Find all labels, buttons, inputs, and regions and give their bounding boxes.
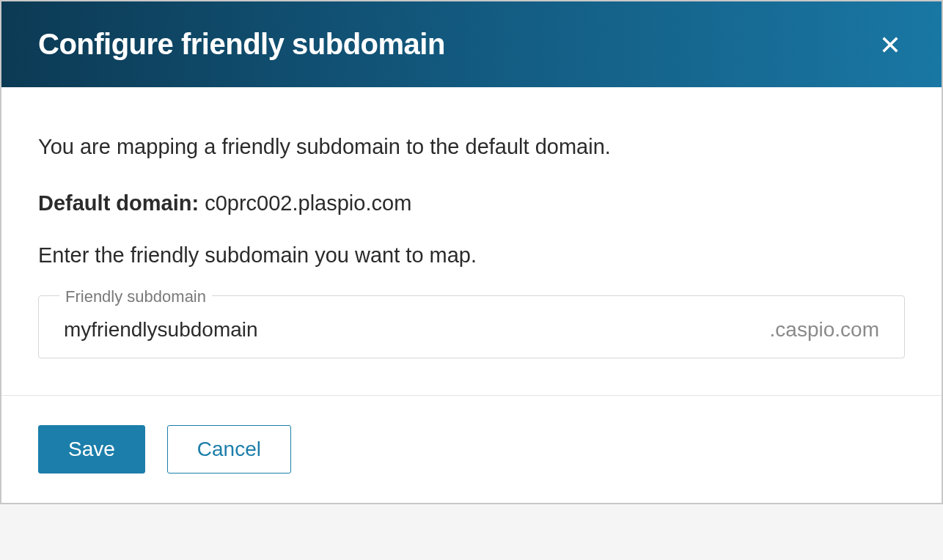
domain-suffix: .caspio.com	[758, 318, 879, 342]
default-domain-row: Default domain: c0prc002.plaspio.com	[38, 191, 905, 215]
default-domain-value: c0prc002.plaspio.com	[205, 191, 411, 215]
field-label: Friendly subdomain	[59, 287, 212, 306]
friendly-subdomain-field: Friendly subdomain .caspio.com	[38, 295, 905, 358]
close-button[interactable]	[876, 30, 905, 59]
cancel-button[interactable]: Cancel	[167, 425, 291, 474]
enter-prompt: Enter the friendly subdomain you want to…	[38, 243, 905, 268]
default-domain-label: Default domain:	[38, 191, 199, 215]
intro-text: You are mapping a friendly subdomain to …	[38, 131, 905, 163]
dialog-footer: Save Cancel	[1, 395, 942, 503]
dialog-header: Configure friendly subdomain	[1, 1, 942, 87]
save-button[interactable]: Save	[38, 425, 145, 474]
close-icon	[880, 34, 900, 55]
dialog-body: You are mapping a friendly subdomain to …	[1, 87, 942, 395]
friendly-subdomain-input[interactable]	[64, 318, 758, 342]
configure-subdomain-dialog: Configure friendly subdomain You are map…	[0, 0, 943, 504]
dialog-title: Configure friendly subdomain	[38, 28, 445, 61]
